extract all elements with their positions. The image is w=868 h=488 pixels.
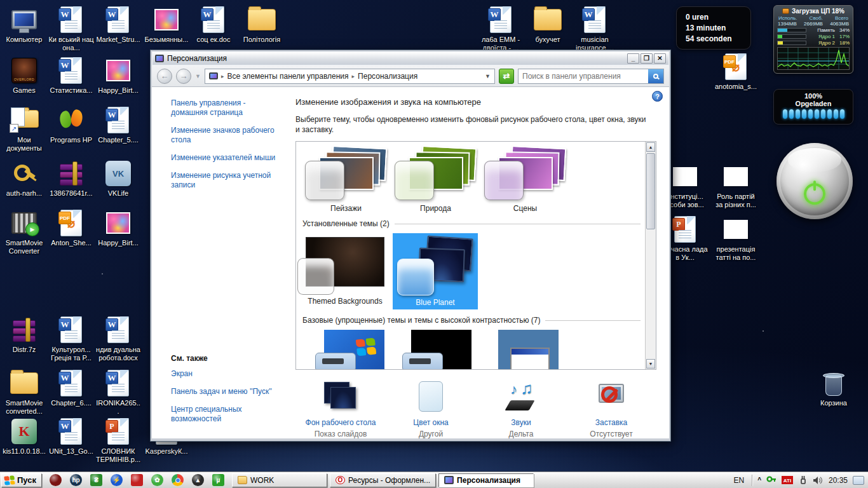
maximize-button[interactable]: ❐ [641,53,653,64]
installed-theme-item[interactable]: Themed Backgrounds [302,233,388,308]
icq-flower-icon[interactable]: ✿ [151,474,163,486]
desktop-icon[interactable]: WChapter_6.... [48,369,94,407]
desktop-icon[interactable]: SmartMovie converted... [1,369,47,416]
desktop-icon[interactable]: Wсоц ек.doc [191,5,236,44]
title-bar[interactable]: Персонализация _ ❐ ✕ [152,51,669,65]
close-button[interactable]: ✕ [654,53,666,64]
desktop-icon[interactable]: VKVKLife [95,159,141,198]
help-icon[interactable]: ? [652,91,663,102]
red-sphere-app-icon[interactable] [50,474,62,486]
forward-button[interactable]: → [176,69,191,84]
sidebar-link-1[interactable]: Изменение значков рабочего стола [171,126,284,145]
desktop-icon[interactable]: PDF⌀anotomia_s... [713,52,759,91]
scroll-up-icon[interactable]: ▲ [646,142,655,152]
desktop-icon[interactable]: auth-narh... [1,159,47,198]
daemon-tools-icon[interactable]: ▲ [192,474,204,486]
minimize-button[interactable]: _ [627,53,639,64]
desktop-icon[interactable]: Happy_Birt... [95,56,141,95]
ati-icon[interactable]: ATI [782,476,793,484]
see-also-link-0[interactable]: Экран [171,369,284,379]
desktop-icon[interactable]: WChapter_5.... [95,105,141,144]
desktop-icon[interactable]: WMarket_Stru... [95,5,141,44]
desktop-icon[interactable]: Роль партій за різних п... [713,162,759,209]
scrollbar-thumb[interactable] [646,153,655,229]
desktop-icon[interactable]: Wmusician insurance.... [572,5,618,52]
desktop-icon[interactable]: WКультурол... Греція та Р... [48,315,94,362]
refresh-button[interactable]: ⇄ [499,69,514,84]
desktop-icon[interactable]: Kkis11.0.0.18... [1,417,47,456]
sidebar-link-2[interactable]: Изменение указателей мыши [171,153,284,163]
breadcrumb-root[interactable]: Все элементы панели управления [227,72,348,81]
breadcrumb[interactable]: ▸ Все элементы панели управления ▸ Персо… [205,69,495,84]
start-button[interactable]: Пуск [1,473,42,487]
setting-link[interactable]: Фон рабочего стола [295,418,386,427]
desktop-icon[interactable]: Корзина [811,369,857,407]
installed-theme-item[interactable]: Blue Planet [393,233,478,309]
setting-link[interactable]: Заставка [566,418,656,427]
basic-theme-classic[interactable] [498,330,559,369]
search-input[interactable] [519,72,648,81]
desktop-icon[interactable]: Distr.7z [1,315,47,354]
desktop-icon[interactable]: презентація татті на по... [713,215,759,262]
desktop-icon[interactable]: PDF⌀Anton_She... [48,208,94,247]
aero-theme-item[interactable]: Сцены [482,147,569,213]
setting-item[interactable]: ♪♫ЗвукиДельта [476,379,566,438]
desktop-icon[interactable]: Wла6а EMM - двоїста - ... [478,5,524,52]
search-button[interactable] [648,69,663,83]
desktop-icon[interactable]: Games [1,56,47,95]
setting-item[interactable]: Фон рабочего столаПоказ слайдов [295,379,386,438]
kaspersky-key-icon[interactable] [766,475,776,485]
utorrent-icon[interactable]: µ [212,474,224,486]
desktop-icon[interactable]: PСЛОВНИК ТЕРМІНІВ.р... [95,417,141,464]
timer-gadget[interactable]: 0 uren 13 minuten 54 seconden [676,6,751,50]
aero-theme-item[interactable]: Природа [392,147,479,213]
desktop-icon[interactable]: ↗Мои документы [1,105,47,152]
theme-list-scrollbar[interactable]: ▲ ▼ [645,142,656,369]
power-button-gadget[interactable] [776,143,853,219]
desktop-icon[interactable]: Programs HP [48,105,94,144]
language-indicator[interactable]: EN [731,476,747,485]
recent-pages-chevron[interactable]: ▼ [195,73,201,79]
setting-item[interactable]: ЗаставкаОтсутствует [566,379,656,438]
desktop-icon[interactable]: бухучет [525,5,571,44]
search-box[interactable] [518,69,664,84]
desktop-icon[interactable]: Wндив дуальна робота.docx [95,315,141,362]
taskbar-task-folder[interactable]: WORK [232,473,327,487]
cash-register-app-icon[interactable]: ₴ [90,474,102,486]
basic-theme-black[interactable] [411,330,471,369]
desktop-icon[interactable]: WКи вський нац она... [48,5,94,52]
desktop-icon[interactable]: WСтатистика... [48,56,94,95]
see-also-link-2[interactable]: Центр специальных возможностей [171,405,284,424]
chevron-up-icon[interactable]: ^ [757,477,761,484]
lingvo-book-icon[interactable] [131,474,143,486]
sidebar-link-3[interactable]: Изменение рисунка учетной записи [171,171,284,190]
desktop-icon[interactable]: Політологія [239,5,285,44]
aero-theme-item[interactable]: Пейзажи [302,147,390,213]
desktop-icon[interactable]: WIRONIKA265... [95,369,141,416]
plug-icon[interactable] [798,475,808,485]
show-desktop-button[interactable] [853,476,864,485]
desktop-icon[interactable]: Безымянны... [144,5,189,44]
hp-icon[interactable]: hp [70,474,82,486]
desktop-icon[interactable]: SmartMovie Converter [1,208,47,255]
desktop-icon[interactable]: Компьютер [1,5,47,44]
setting-item[interactable]: Цвет окнаДругой [386,379,476,438]
clock[interactable]: 20:35 [829,476,848,485]
setting-link[interactable]: Звуки [476,418,566,427]
chrome-icon[interactable] [172,474,184,486]
basic-theme-windows7[interactable] [324,330,384,369]
volume-icon[interactable] [813,476,824,485]
desktop-icon[interactable]: WUNit_13_Go... [48,417,94,456]
back-button[interactable]: ← [157,69,172,84]
desktop-icon[interactable]: 138678641r... [48,159,94,198]
setting-link[interactable]: Цвет окна [386,418,476,427]
taskbar-task-personalization[interactable]: Персонализация [438,473,534,487]
breadcrumb-dropdown-icon[interactable]: ▼ [485,73,491,79]
sidebar-link-0[interactable]: Панель управления - домашняя страница [171,98,284,118]
blue-lightning-app-icon[interactable]: ⚡ [111,474,123,486]
battery-gadget[interactable]: 100% Opgeladen [773,89,853,125]
cpu-meter-gadget[interactable]: Загрузка ЦП 18% Исполь.Своб.Всего 1394MB… [773,5,853,74]
see-also-link-1[interactable]: Панель задач и меню ''Пуск'' [171,387,284,396]
breadcrumb-current[interactable]: Персонализация [358,72,417,81]
taskbar-task-opera[interactable]: OРесурсы - Оформлен... [330,473,436,487]
